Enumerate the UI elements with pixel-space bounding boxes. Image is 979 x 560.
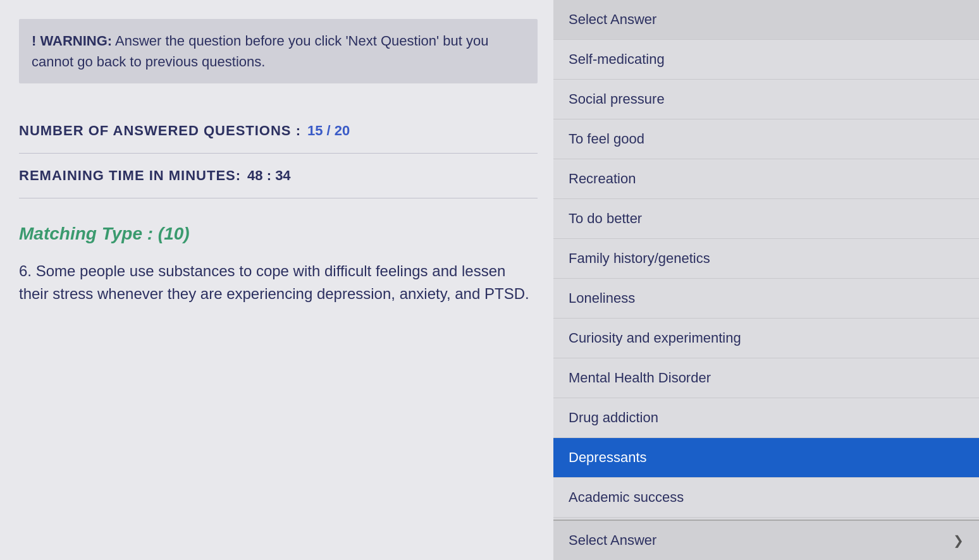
dropdown-bottom[interactable]: Select Answer ❯: [553, 520, 979, 560]
dropdown-item[interactable]: Recreation: [553, 159, 979, 199]
remaining-stat-row: REMAINING TIME IN MINUTES: 48 : 34: [19, 154, 538, 198]
dropdown-item[interactable]: Curiosity and experimenting: [553, 319, 979, 358]
section-label: Matching Type : (10): [19, 211, 538, 253]
section-type: Matching Type :: [19, 224, 153, 243]
dropdown-list[interactable]: Select AnswerSelf-medicatingSocial press…: [553, 0, 979, 520]
main-content: ! WARNING: Answer the question before yo…: [0, 0, 557, 560]
dropdown-item[interactable]: To do better: [553, 199, 979, 239]
warning-text: ! WARNING: Answer the question before yo…: [32, 30, 525, 72]
dropdown-item[interactable]: Academic success: [553, 478, 979, 518]
dropdown-arrow-icon: ❯: [953, 533, 964, 548]
dropdown-item[interactable]: Social pressure: [553, 80, 979, 119]
dropdown-item[interactable]: Drug addiction: [553, 398, 979, 438]
section-points: (10): [158, 224, 190, 243]
dropdown-item[interactable]: Loneliness: [553, 279, 979, 319]
remaining-value: 48 : 34: [247, 167, 291, 184]
dropdown-item[interactable]: To feel good: [553, 119, 979, 159]
dropdown-overlay[interactable]: Select AnswerSelf-medicatingSocial press…: [553, 0, 979, 560]
remaining-label: REMAINING TIME IN MINUTES:: [19, 167, 241, 184]
answered-value: 15 / 20: [307, 123, 350, 139]
warning-box: ! WARNING: Answer the question before yo…: [19, 19, 538, 83]
dropdown-item[interactable]: Select Answer: [553, 0, 979, 40]
dropdown-bottom-label: Select Answer: [569, 532, 656, 549]
dropdown-item[interactable]: Family history/genetics: [553, 239, 979, 279]
warning-exclamation: ! WARNING:: [32, 33, 112, 49]
dropdown-bottom-select[interactable]: Select Answer ❯: [553, 521, 979, 560]
question-text: 6. Some people use substances to cope wi…: [19, 253, 538, 312]
dropdown-item[interactable]: Self-medicating: [553, 40, 979, 80]
dropdown-item[interactable]: Mental Health Disorder: [553, 358, 979, 398]
answered-stat-row: NUMBER OF ANSWERED QUESTIONS : 15 / 20: [19, 109, 538, 154]
stats-section: NUMBER OF ANSWERED QUESTIONS : 15 / 20 R…: [19, 96, 538, 211]
dropdown-item[interactable]: Depressants: [553, 438, 979, 478]
answered-label: NUMBER OF ANSWERED QUESTIONS :: [19, 123, 301, 139]
